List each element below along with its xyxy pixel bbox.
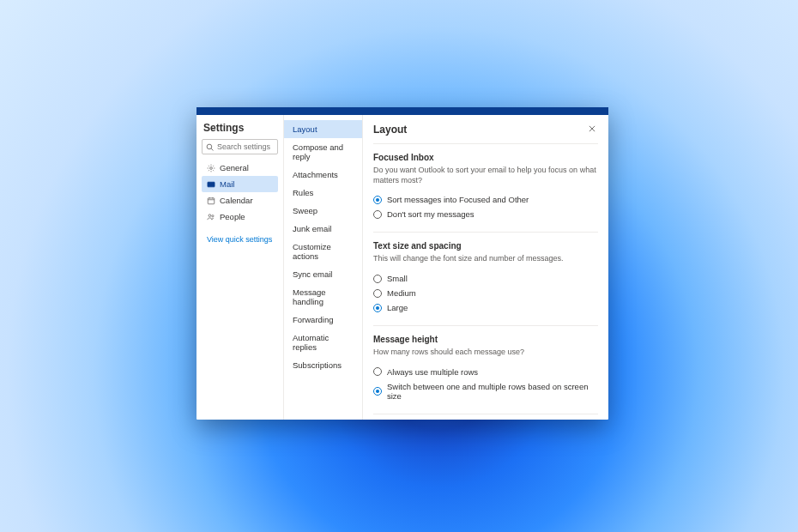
radio-indicator	[373, 196, 382, 204]
radio-indicator	[373, 367, 382, 376]
search-icon	[206, 143, 214, 151]
radio-label: Large	[387, 303, 408, 312]
svg-point-2	[210, 166, 213, 169]
radio-sort-focused[interactable]: Sort messages into Focused and Other	[373, 192, 598, 207]
sub-item-forwarding[interactable]: Forwarding	[284, 311, 362, 329]
sub-item-layout[interactable]: Layout	[284, 120, 362, 138]
mail-subnav-pane: Layout Compose and reply Attachments Rul…	[284, 115, 363, 420]
radio-large[interactable]: Large	[373, 300, 598, 315]
svg-point-0	[207, 144, 212, 149]
nav-label: Mail	[220, 179, 234, 189]
section-title: Text size and spacing	[373, 241, 598, 251]
close-button[interactable]	[586, 122, 598, 136]
radio-label: Sort messages into Focused and Other	[387, 195, 529, 204]
radio-indicator	[373, 275, 382, 283]
radio-dont-sort[interactable]: Don't sort my messages	[373, 207, 598, 221]
section-message-organization: Message organization	[373, 414, 598, 420]
view-quick-settings-link[interactable]: View quick settings	[202, 230, 278, 244]
radio-label: Medium	[387, 288, 416, 298]
sub-item-subscriptions[interactable]: Subscriptions	[284, 356, 362, 374]
radio-indicator	[373, 210, 382, 219]
radio-indicator	[373, 387, 382, 396]
section-desc: Do you want Outlook to sort your email t…	[373, 166, 598, 185]
radio-indicator	[373, 289, 382, 298]
radio-small[interactable]: Small	[373, 271, 598, 286]
radio-indicator	[373, 304, 382, 312]
radio-medium[interactable]: Medium	[373, 286, 598, 300]
nav-label: General	[220, 163, 249, 172]
settings-title: Settings	[202, 122, 278, 134]
layout-settings-panel: Layout Focused Inbox Do you want Outlook…	[363, 115, 608, 420]
settings-nav-pane: Settings General Mail Calendar People	[196, 115, 284, 420]
people-icon	[207, 213, 215, 221]
settings-dialog: Settings General Mail Calendar People	[196, 107, 608, 420]
radio-label: Switch between one and multiple rows bas…	[387, 382, 598, 401]
gear-icon	[207, 164, 215, 172]
section-desc: This will change the font size and numbe…	[373, 254, 598, 264]
sub-item-attachments[interactable]: Attachments	[284, 166, 362, 184]
nav-item-mail[interactable]: Mail	[202, 176, 278, 192]
radio-multiple-rows[interactable]: Always use multiple rows	[373, 365, 598, 379]
sub-item-sync[interactable]: Sync email	[284, 265, 362, 283]
section-title: Focused Inbox	[373, 153, 598, 162]
titlebar	[196, 107, 608, 115]
radio-label: Always use multiple rows	[387, 367, 478, 377]
nav-item-calendar[interactable]: Calendar	[202, 192, 278, 209]
section-focused-inbox: Focused Inbox Do you want Outlook to sor…	[373, 143, 598, 232]
mail-icon	[207, 180, 215, 189]
section-desc: How many rows should each message use?	[373, 348, 598, 358]
panel-header: Layout	[373, 122, 598, 136]
section-text-size: Text size and spacing This will change t…	[373, 232, 598, 325]
nav-label: People	[220, 212, 245, 221]
nav-label: Calendar	[220, 196, 253, 205]
svg-point-9	[212, 215, 214, 216]
radio-label: Don't sort my messages	[387, 209, 475, 219]
panel-title: Layout	[373, 124, 407, 136]
sub-item-rules[interactable]: Rules	[284, 184, 362, 202]
search-settings[interactable]	[202, 139, 278, 154]
sub-item-sweep[interactable]: Sweep	[284, 202, 362, 220]
svg-point-8	[209, 214, 211, 216]
nav-item-general[interactable]: General	[202, 160, 278, 176]
svg-line-1	[211, 148, 213, 150]
nav-item-people[interactable]: People	[202, 209, 278, 225]
sub-item-junk[interactable]: Junk email	[284, 220, 362, 238]
calendar-icon	[207, 196, 215, 205]
section-title: Message height	[373, 335, 598, 344]
sub-item-customize[interactable]: Customize actions	[284, 238, 362, 265]
dialog-body: Settings General Mail Calendar People	[196, 115, 608, 420]
close-icon	[588, 124, 596, 133]
radio-switch-rows[interactable]: Switch between one and multiple rows bas…	[373, 379, 598, 403]
sub-item-compose[interactable]: Compose and reply	[284, 138, 362, 166]
section-message-height: Message height How many rows should each…	[373, 325, 598, 414]
radio-label: Small	[387, 274, 408, 283]
sub-item-handling[interactable]: Message handling	[284, 283, 362, 311]
sub-item-autoreply[interactable]: Automatic replies	[284, 329, 362, 356]
search-input[interactable]	[217, 142, 274, 151]
svg-rect-4	[208, 197, 215, 203]
